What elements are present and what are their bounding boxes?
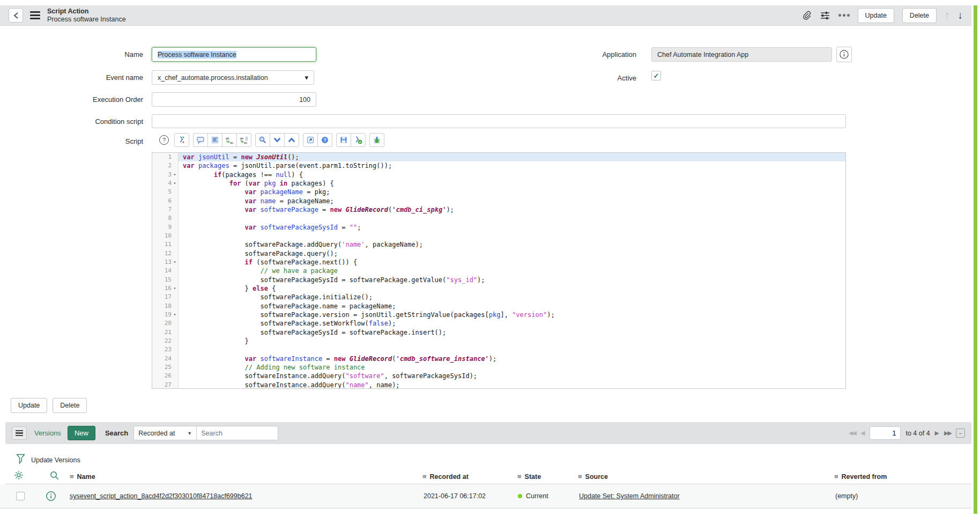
info-icon bbox=[839, 49, 849, 60]
active-label: Active bbox=[493, 74, 636, 82]
code-line[interactable]: 10 bbox=[152, 232, 845, 240]
column-header-reverted-from[interactable]: ≡Reverted from bbox=[834, 472, 887, 481]
list-settings-gear-icon[interactable] bbox=[14, 470, 24, 482]
first-page-icon[interactable]: ◀◀ bbox=[849, 430, 856, 437]
column-menu-icon[interactable]: ≡ bbox=[422, 472, 427, 481]
line-number: 24 bbox=[152, 354, 179, 363]
code-line[interactable]: 19▾ softwarePackage.version = jsonUtil.g… bbox=[152, 311, 845, 319]
breadcrumb[interactable]: Update Versions bbox=[31, 456, 80, 464]
code-fold-icon[interactable]: ▾ bbox=[172, 258, 178, 267]
footer-update-button[interactable]: Update bbox=[11, 398, 47, 413]
name-input-value: Process software Instance bbox=[158, 51, 236, 58]
filter-funnel-icon[interactable] bbox=[16, 453, 25, 467]
previous-record-icon[interactable]: ↑ bbox=[945, 10, 950, 20]
collapse-list-icon[interactable]: − bbox=[956, 429, 965, 438]
code-fold-icon[interactable]: ▾ bbox=[172, 179, 178, 188]
code-line[interactable]: 16▾ } else { bbox=[152, 284, 845, 293]
event-name-select[interactable]: x_chef_automate.process.installation ▾ bbox=[152, 70, 314, 85]
column-menu-icon[interactable]: ≡ bbox=[834, 472, 838, 481]
code-fold-icon[interactable]: ▾ bbox=[172, 171, 178, 179]
footer-delete-button[interactable]: Delete bbox=[53, 398, 87, 413]
list-search-input[interactable] bbox=[197, 426, 278, 440]
code-line[interactable]: 1var jsonUtil = new JsonUtil(); bbox=[152, 153, 845, 161]
code-line[interactable]: 23 bbox=[152, 345, 845, 354]
find-previous-icon[interactable] bbox=[284, 133, 299, 147]
code-line[interactable]: 13▾ if (softwarePackage.next()) { bbox=[152, 258, 845, 267]
back-button[interactable] bbox=[9, 8, 23, 23]
debug-icon[interactable] bbox=[369, 133, 384, 147]
syntax-format-icon[interactable] bbox=[174, 133, 189, 147]
find-next-icon[interactable] bbox=[270, 133, 285, 147]
editor-help-icon[interactable]: ? bbox=[317, 133, 332, 147]
code-line[interactable]: 27 softwareInstance.addQuery("name", nam… bbox=[152, 381, 845, 389]
open-in-new-window-icon[interactable] bbox=[303, 133, 318, 147]
active-checkbox[interactable]: ✓ bbox=[651, 71, 661, 80]
code-fold-icon[interactable]: ▾ bbox=[172, 311, 178, 319]
paperclip-icon bbox=[801, 10, 812, 21]
search-field-select[interactable]: Recorded at ▼ bbox=[133, 426, 197, 440]
personalize-form-button[interactable] bbox=[820, 10, 830, 21]
row-checkbox[interactable] bbox=[16, 492, 25, 500]
code-line[interactable]: 4▾ for (var pkg in packages) { bbox=[152, 179, 845, 188]
code-line[interactable]: 9 var softwarePackageSysId = ""; bbox=[152, 223, 845, 232]
code-line[interactable]: 20 softwarePackage.setWorkflow(false); bbox=[152, 319, 845, 328]
code-line[interactable]: 8 bbox=[152, 214, 845, 223]
column-menu-icon[interactable]: ≡ bbox=[70, 472, 74, 481]
next-page-icon[interactable]: ▶ bbox=[935, 430, 939, 437]
name-input[interactable]: Process software Instance bbox=[152, 47, 316, 62]
code-line[interactable]: 12 softwarePackage.query(); bbox=[152, 249, 845, 258]
last-page-icon[interactable]: ▶▶ bbox=[944, 430, 951, 437]
code-line[interactable]: 25 // Adding new software instance bbox=[152, 363, 845, 372]
code-line[interactable]: 26 softwareInstance.addQuery("software",… bbox=[152, 372, 845, 380]
versions-title-link[interactable]: Versions bbox=[34, 429, 61, 437]
code-line[interactable]: 17 softwarePackage.initialize(); bbox=[152, 293, 845, 301]
version-name-link[interactable]: sysevent_script_action_8acd4f2d2f303010f… bbox=[70, 492, 253, 500]
check-icon: ✓ bbox=[654, 72, 659, 80]
header-update-button[interactable]: Update bbox=[858, 8, 894, 23]
list-search-icon[interactable] bbox=[49, 470, 60, 483]
condition-script-input[interactable] bbox=[152, 114, 846, 128]
application-label: Application bbox=[493, 50, 636, 58]
format-document-icon[interactable] bbox=[207, 133, 222, 147]
column-header-name[interactable]: ≡Name bbox=[70, 472, 95, 481]
replace-all-icon[interactable]: abac bbox=[236, 133, 251, 147]
code-line[interactable]: 21 softwarePackageSysId = softwarePackag… bbox=[152, 328, 845, 337]
new-version-button[interactable]: New bbox=[68, 426, 95, 440]
code-line[interactable]: 18 softwarePackage.name = packageName; bbox=[152, 302, 845, 311]
replace-icon[interactable]: abac bbox=[222, 133, 237, 147]
source-link[interactable]: Update Set: System Administrator bbox=[579, 492, 680, 500]
code-line[interactable]: 3▾ if(packages !== null) { bbox=[152, 171, 845, 179]
script-code-editor[interactable]: 1var jsonUtil = new JsonUtil();2var pack… bbox=[152, 152, 846, 389]
execution-order-input[interactable] bbox=[152, 92, 316, 107]
code-line[interactable]: 11 softwarePackage.addQuery('name', pack… bbox=[152, 240, 845, 249]
form-context-menu-icon[interactable] bbox=[30, 10, 40, 21]
row-info-icon[interactable] bbox=[46, 491, 56, 504]
column-header-source[interactable]: ≡Source bbox=[578, 472, 608, 481]
code-line[interactable]: 7 var softwarePackage = new GlideRecord(… bbox=[152, 205, 845, 214]
code-line[interactable]: 6 var name = packageName; bbox=[152, 197, 845, 205]
toggle-comment-icon[interactable] bbox=[193, 133, 208, 147]
attachment-button[interactable] bbox=[801, 10, 812, 21]
next-record-icon[interactable]: ↓ bbox=[958, 10, 963, 20]
code-line[interactable]: 14 // we have a package bbox=[152, 267, 845, 275]
header-delete-button[interactable]: Delete bbox=[902, 8, 937, 23]
code-line[interactable]: 2var packages = jsonUtil.parse(event.par… bbox=[152, 161, 845, 170]
column-header-state[interactable]: ≡State bbox=[517, 472, 541, 481]
column-header-recorded-at[interactable]: ≡Recorded at bbox=[422, 472, 469, 481]
code-line[interactable]: 24 var softwareInstance = new GlideRecor… bbox=[152, 354, 845, 363]
list-context-menu-icon[interactable] bbox=[12, 426, 27, 440]
search-icon[interactable] bbox=[255, 133, 270, 147]
save-icon[interactable] bbox=[336, 133, 351, 147]
code-line[interactable]: 15 softwarePackageSysId = softwarePackag… bbox=[152, 276, 845, 284]
previous-page-icon[interactable]: ◀ bbox=[860, 430, 865, 437]
code-fold-icon[interactable]: ▾ bbox=[172, 284, 178, 293]
more-options-icon[interactable] bbox=[838, 14, 850, 17]
syntax-check-icon[interactable] bbox=[351, 133, 366, 147]
code-line[interactable]: 5 var packageName = pkg; bbox=[152, 188, 845, 196]
code-line[interactable]: 22 } bbox=[152, 337, 845, 345]
script-help-icon[interactable]: ? bbox=[159, 135, 169, 145]
column-menu-icon[interactable]: ≡ bbox=[578, 472, 582, 481]
column-menu-icon[interactable]: ≡ bbox=[517, 472, 522, 481]
page-number-input[interactable] bbox=[870, 426, 901, 440]
application-info-button[interactable] bbox=[836, 47, 852, 62]
